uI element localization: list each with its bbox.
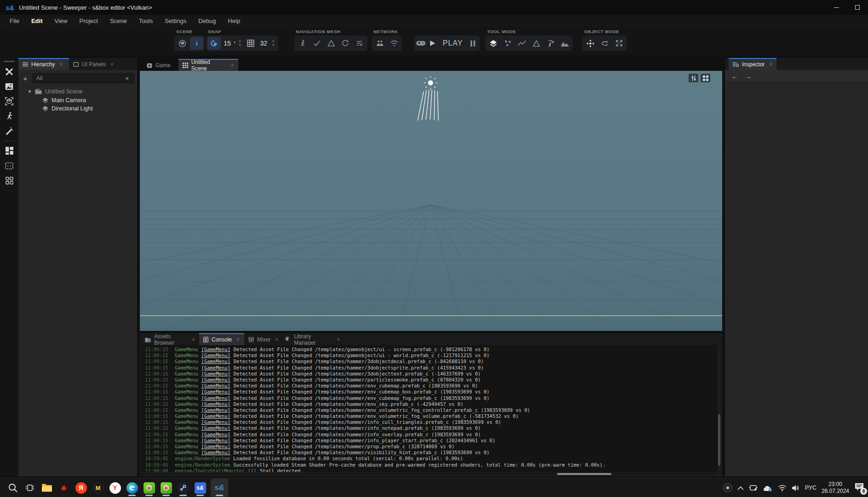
close-icon[interactable]: ×	[275, 336, 278, 343]
snap-rotation-value[interactable]: 15	[222, 40, 233, 47]
console-hscrollbar[interactable]	[141, 473, 717, 475]
language-indicator[interactable]: РУС	[805, 485, 816, 491]
step-down-icon[interactable]: ∨	[272, 43, 275, 47]
snap-rotation-stepper[interactable]: ∧∨	[236, 40, 243, 47]
navmesh-enable-button[interactable]	[310, 37, 323, 50]
console-vscrollbar[interactable]	[718, 345, 721, 472]
network-status-button[interactable]	[387, 37, 401, 50]
close-icon[interactable]: ×	[231, 62, 234, 69]
taskbar-m-app-button[interactable]: М	[92, 479, 104, 497]
close-icon[interactable]: ×	[192, 336, 195, 343]
add-gameobject-button[interactable]: +	[21, 75, 29, 82]
taskbar-search-button[interactable]	[6, 479, 19, 497]
taskbar-edge-button[interactable]	[126, 479, 138, 497]
tab-untitled-scene[interactable]: Untitled Scene ×	[178, 59, 238, 71]
tab-game[interactable]: Game	[143, 59, 175, 71]
tab-console[interactable]: Console ×	[199, 333, 244, 345]
strip-character-button[interactable]	[3, 110, 16, 122]
close-icon[interactable]: ×	[337, 336, 340, 343]
close-icon[interactable]: ×	[769, 61, 772, 68]
strip-grid-button[interactable]	[3, 174, 16, 187]
taskbar-bluestacks1-button[interactable]	[143, 479, 155, 497]
tab-ui-panels[interactable]: UI Panels ×	[69, 58, 125, 70]
scrollbar-thumb[interactable]	[718, 414, 720, 466]
strip-selection-button[interactable]	[3, 159, 16, 172]
play-button[interactable]	[427, 37, 438, 50]
minimize-button[interactable]	[826, 0, 847, 15]
objectmode-move-button[interactable]	[584, 37, 597, 50]
menu-edit[interactable]: Edit	[26, 16, 48, 26]
menu-scene[interactable]: Scene	[105, 16, 132, 26]
menu-help[interactable]: Help	[223, 16, 245, 26]
close-icon[interactable]: ×	[110, 61, 114, 68]
taskbar-steam-button[interactable]	[177, 479, 190, 497]
scene-select-button[interactable]	[190, 37, 203, 50]
taskbar-yandex-browser-button[interactable]: Y	[109, 479, 121, 497]
tab-inspector[interactable]: Inspector ×	[729, 58, 776, 70]
clear-search-icon[interactable]: ×	[125, 75, 129, 82]
toolmode-layers-button[interactable]	[487, 37, 500, 50]
chevron-up-icon[interactable]	[737, 486, 744, 490]
scene-world-button[interactable]	[176, 37, 189, 50]
tab-mixer[interactable]: Mixer ×	[244, 333, 281, 345]
play-gamepad-button[interactable]	[415, 37, 426, 50]
taskbar-bluestacks2-button[interactable]	[160, 479, 172, 497]
tab-library-manager[interactable]: Library Manager ×	[281, 333, 344, 345]
close-icon[interactable]: ×	[59, 61, 63, 68]
navmesh-settings-button[interactable]	[353, 37, 366, 50]
navmesh-show-button[interactable]	[324, 37, 338, 50]
toolmode-terrain-button[interactable]	[558, 37, 571, 50]
pause-button[interactable]	[467, 37, 478, 50]
menu-view[interactable]: View	[50, 16, 73, 26]
taskbar-app-dark-button[interactable]	[57, 479, 70, 497]
step-down-icon[interactable]: ∨	[238, 43, 241, 47]
menu-project[interactable]: Project	[74, 16, 103, 26]
taskbar-yandex-button[interactable]: Я	[75, 479, 87, 497]
snap-rotation-button[interactable]	[207, 37, 221, 50]
strip-layout-button[interactable]	[3, 144, 16, 157]
scrollbar-thumb[interactable]	[557, 473, 611, 475]
clock[interactable]: 23:00 26.07.2024	[822, 481, 849, 495]
forward-icon[interactable]: →	[745, 72, 752, 80]
onedrive-cloud-icon[interactable]	[763, 485, 773, 491]
back-icon[interactable]: ←	[731, 72, 738, 80]
menu-debug[interactable]: Debug	[193, 16, 221, 26]
notifications-button[interactable]: 8	[854, 482, 865, 493]
wifi-icon[interactable]	[778, 485, 787, 491]
toolmode-hammer-button[interactable]	[544, 37, 557, 50]
taskbar-explorer-button[interactable]	[40, 479, 53, 497]
strip-wand-button[interactable]	[3, 124, 16, 137]
tray-app-button[interactable]	[723, 483, 732, 492]
strip-image-button[interactable]	[3, 80, 16, 93]
navmesh-rebuild-button[interactable]	[339, 37, 352, 50]
caret-down-icon[interactable]: ▼	[28, 89, 32, 94]
strip-tools-button[interactable]	[3, 65, 16, 78]
taskbar-taskview-button[interactable]	[23, 479, 36, 497]
strip-drag-handle[interactable]	[4, 61, 15, 62]
objectmode-scale-button[interactable]	[612, 37, 626, 50]
taskbar-sbox-square-button[interactable]: s&	[194, 479, 207, 497]
toolmode-faces-button[interactable]	[529, 37, 543, 50]
hierarchy-search-input[interactable]	[32, 73, 134, 83]
maximize-button[interactable]	[847, 0, 868, 15]
scene-viewport[interactable]	[140, 71, 722, 331]
menu-settings[interactable]: Settings	[160, 16, 191, 26]
cast-screen-icon[interactable]	[749, 484, 758, 491]
navmesh-agent-button[interactable]	[296, 37, 309, 50]
network-multiplayer-button[interactable]	[373, 37, 386, 50]
toolmode-vertices-button[interactable]	[501, 37, 514, 50]
tree-row-main-camera[interactable]: Main Camera	[42, 96, 86, 104]
taskbar-sbox-editor-button[interactable]: s&	[211, 479, 228, 497]
viewport-settings-button[interactable]	[689, 74, 698, 82]
viewport-grid-button[interactable]	[701, 74, 710, 82]
menu-file[interactable]: File	[5, 16, 24, 26]
close-icon[interactable]: ×	[236, 336, 240, 343]
snap-grid-button[interactable]	[244, 37, 257, 50]
objectmode-rotate-button[interactable]	[598, 37, 611, 50]
tab-hierarchy[interactable]: Hierarchy ×	[18, 58, 69, 70]
toolmode-edges-button[interactable]	[515, 37, 529, 50]
tree-row-directional-light[interactable]: Directional Light	[42, 104, 93, 113]
play-button-label[interactable]: PLAY	[439, 39, 467, 47]
tab-assets-browser[interactable]: Assets Browser ×	[141, 333, 199, 345]
tree-row-scene[interactable]: ▼ Untitled Scene	[28, 87, 82, 96]
